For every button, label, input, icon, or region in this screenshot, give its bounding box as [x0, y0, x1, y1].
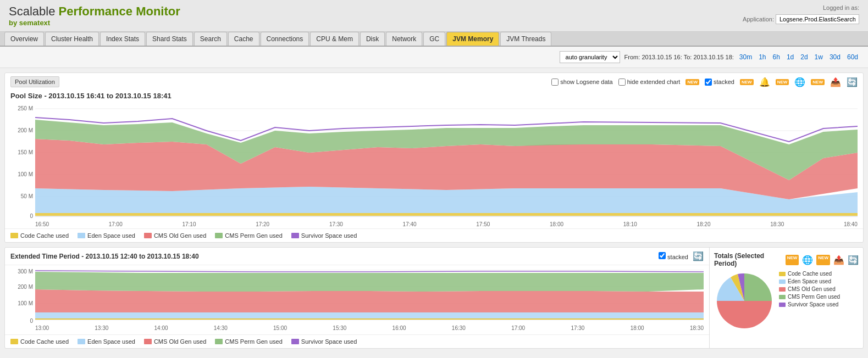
- from-label: From:: [624, 54, 640, 60]
- share-icon[interactable]: 🌐: [794, 77, 805, 87]
- main-chart-section: Pool Utilization show Logsene data hide …: [4, 72, 864, 243]
- time-link-60d[interactable]: 60d: [847, 53, 858, 61]
- tab-connections[interactable]: Connections: [261, 32, 309, 46]
- hide-extended-checkbox[interactable]: [618, 79, 626, 86]
- x-label-1800: 18:00: [550, 221, 563, 227]
- extended-chart-container: 300 M 200 M 100 M 0: [5, 265, 709, 332]
- extended-refresh-icon[interactable]: 🔄: [693, 251, 704, 261]
- new-badge-3: NEW: [776, 79, 789, 85]
- new-badge-4: NEW: [811, 79, 825, 85]
- ext-legend-survivor-label: Survivor Space used: [301, 338, 357, 345]
- tab-cluster-health[interactable]: Cluster Health: [45, 32, 99, 46]
- time-link-6h[interactable]: 6h: [773, 53, 780, 61]
- stacked-checkbox[interactable]: [705, 79, 712, 86]
- ext-legend-cms-old-label: CMS Old Gen used: [154, 338, 206, 345]
- totals-share-icon[interactable]: 🌐: [802, 255, 813, 265]
- to-value: 2013.10.15 18:: [693, 54, 733, 60]
- ext-x-1700: 17:00: [511, 325, 525, 331]
- application-input[interactable]: [776, 14, 859, 24]
- ext-legend-code-cache-label: Code Cache used: [20, 338, 69, 345]
- refresh-icon[interactable]: 🔄: [847, 77, 858, 87]
- pie-color-eden: [779, 279, 786, 284]
- ext-y-100m: 100 M: [18, 300, 33, 306]
- tab-disk[interactable]: Disk: [360, 32, 385, 46]
- legend-eden-space-label: Eden Space used: [87, 232, 135, 239]
- pie-legend: Code Cache used Eden Space used CMS Old …: [779, 271, 840, 309]
- extended-stacked-label[interactable]: stacked: [659, 252, 688, 260]
- x-label-1750: 17:50: [476, 221, 490, 227]
- tab-cache[interactable]: Cache: [228, 32, 259, 46]
- application-label: Application:: [743, 14, 859, 24]
- legend-cms-old-gen-color: [144, 233, 152, 238]
- brand-tagline: by sematext: [9, 19, 180, 27]
- time-link-1w[interactable]: 1w: [815, 53, 823, 61]
- ext-y-300m: 300 M: [18, 268, 33, 275]
- time-link-1h[interactable]: 1h: [759, 53, 766, 61]
- totals-refresh-icon[interactable]: 🔄: [848, 255, 859, 265]
- tab-search[interactable]: Search: [194, 32, 227, 46]
- logged-in-label: Logged in as:: [743, 4, 859, 11]
- ext-x-1400: 14:00: [154, 325, 168, 331]
- extended-chart-svg: [35, 267, 704, 322]
- new-badge-2: NEW: [740, 79, 754, 85]
- tab-shard-stats[interactable]: Shard Stats: [146, 32, 193, 46]
- x-label-1820: 18:20: [696, 221, 710, 227]
- tab-cpu-mem[interactable]: CPU & Mem: [310, 32, 359, 46]
- totals-export-icon[interactable]: 📤: [833, 255, 844, 265]
- ext-legend-cms-perm-gen: CMS Perm Gen used: [215, 338, 283, 345]
- ext-x-1630: 16:30: [452, 325, 466, 331]
- tab-index-stats[interactable]: Index Stats: [100, 32, 145, 46]
- y-label-50m: 50 M: [21, 193, 33, 199]
- hide-extended-label[interactable]: hide extended chart: [618, 79, 681, 86]
- pie-legend-survivor: Survivor Space used: [779, 301, 840, 307]
- time-range-from: From: 2013.10.15 16: To: 2013.10.15 18:: [624, 54, 734, 60]
- y-label-200m: 200 M: [18, 127, 33, 133]
- header: Scalable Performance Monitor by sematext…: [0, 0, 868, 32]
- show-logsene-checkbox[interactable]: [551, 79, 559, 86]
- x-label-1710: 17:10: [182, 221, 196, 227]
- time-link-1d[interactable]: 1d: [787, 53, 794, 61]
- show-logsene-label[interactable]: show Logsene data: [551, 79, 612, 86]
- tab-jvm-threads[interactable]: JVM Threads: [500, 32, 551, 46]
- extended-y-axis: 300 M 200 M 100 M 0: [10, 267, 35, 328]
- app-label-text: Application:: [743, 16, 774, 23]
- time-link-2d[interactable]: 2d: [800, 53, 808, 61]
- time-link-30m[interactable]: 30m: [739, 53, 752, 61]
- stacked-text: stacked: [714, 79, 734, 85]
- ext-legend-cms-perm-color: [215, 339, 223, 344]
- export-icon[interactable]: 📤: [830, 77, 841, 87]
- main-chart-svg: [35, 103, 858, 219]
- y-label-250m: 250 M: [18, 105, 33, 111]
- stacked-label[interactable]: stacked: [705, 79, 734, 86]
- main-chart-title: Pool Size - 2013.10.15 16:41 to 2013.10.…: [5, 91, 863, 103]
- bell-icon[interactable]: 🔔: [759, 77, 770, 87]
- from-value: 2013.10.15 16:: [642, 54, 682, 60]
- tab-overview[interactable]: Overview: [4, 32, 44, 46]
- legend-cms-old-gen: CMS Old Gen used: [144, 232, 206, 239]
- header-right: Logged in as: Application:: [743, 4, 859, 24]
- totals-icons: NEW 🌐 NEW 📤 🔄: [786, 255, 859, 265]
- tab-network[interactable]: Network: [386, 32, 422, 46]
- legend-cms-perm-gen-label: CMS Perm Gen used: [225, 232, 283, 239]
- totals-title: Totals (Selected Period): [714, 252, 786, 267]
- ext-legend-code-cache: Code Cache used: [10, 338, 69, 345]
- controls-bar: auto granularity From: 2013.10.15 16: To…: [0, 47, 868, 68]
- main-chart-svg-area: 16:50 17:00 17:10 17:20 17:30 17:40 17:5…: [35, 103, 858, 228]
- extended-stacked-checkbox[interactable]: [659, 252, 666, 259]
- svg-marker-17: [35, 272, 704, 292]
- tab-jvm-memory[interactable]: JVM Memory: [446, 32, 499, 46]
- granularity-select[interactable]: auto granularity: [560, 51, 620, 63]
- y-label-0: 0: [30, 213, 33, 219]
- legend-cms-old-gen-label: CMS Old Gen used: [154, 232, 206, 239]
- legend-eden-space-color: [78, 233, 85, 238]
- x-label-1650: 16:50: [35, 221, 49, 227]
- extended-chart-legend: Code Cache used Eden Space used CMS Old …: [5, 334, 709, 348]
- extended-svg-wrapper: 13:00 13:30 14:00 14:30 15:00 15:30 16:0…: [35, 267, 704, 332]
- ext-y-200m: 200 M: [18, 284, 33, 290]
- legend-code-cache-color: [10, 233, 18, 238]
- time-link-30d[interactable]: 30d: [830, 53, 841, 61]
- pie-label-eden: Eden Space used: [788, 278, 831, 284]
- tab-gc[interactable]: GC: [423, 32, 445, 46]
- y-label-150m: 150 M: [18, 149, 33, 155]
- ext-x-1530: 15:30: [333, 325, 346, 331]
